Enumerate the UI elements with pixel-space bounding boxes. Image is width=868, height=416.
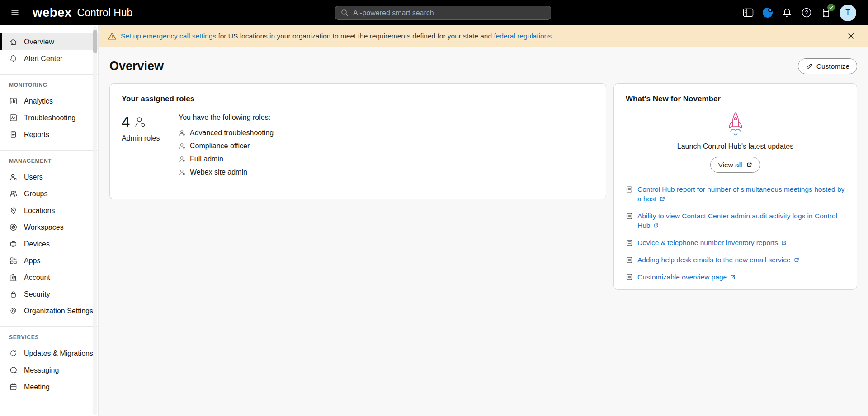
- webex-logo: webex: [33, 5, 72, 20]
- sidebar-item-label: Groups: [24, 190, 47, 198]
- view-all-button[interactable]: View all: [710, 157, 760, 173]
- page-title: Overview: [109, 59, 164, 73]
- sidebar-item-label: Troubleshooting: [24, 114, 75, 122]
- sidebar-item-label: Users: [24, 173, 43, 181]
- sidebar-item-updates-migrations[interactable]: Updates & Migrations: [0, 345, 98, 362]
- sidebar-item-users[interactable]: Users: [0, 169, 98, 185]
- whats-new-link-item: Ability to view Contact Center admin aud…: [626, 211, 845, 231]
- role-name: Webex site admin: [190, 168, 247, 176]
- sidebar-item-meeting[interactable]: Meeting: [0, 378, 98, 395]
- whats-new-link[interactable]: Ability to view Contact Center admin aud…: [637, 211, 845, 231]
- sidebar-item-analytics[interactable]: Analytics: [0, 93, 98, 109]
- sidebar-item-groups[interactable]: Groups: [0, 185, 98, 202]
- role-item: Advanced troubleshooting: [179, 129, 274, 137]
- external-link-icon: [653, 222, 659, 229]
- link-text: Device & telephone number inventory repo…: [637, 239, 778, 246]
- assigned-roles-card: Your assigned roles 4 Admin roles You ha…: [109, 83, 606, 199]
- system-status-icon[interactable]: [820, 7, 832, 19]
- whats-new-title: What's New for November: [626, 95, 845, 104]
- hamburger-menu-icon[interactable]: [8, 6, 22, 19]
- sidebar-item-label: Account: [24, 274, 50, 282]
- sidebar-item-label: Analytics: [24, 97, 53, 105]
- roles-card-title: Your assigned roles: [122, 95, 594, 104]
- banner-link-federal-regulations[interactable]: federal regulations.: [494, 32, 553, 40]
- sidebar-item-security[interactable]: Security: [0, 286, 98, 303]
- external-link-icon: [781, 240, 787, 246]
- sidebar-divider: [0, 150, 98, 151]
- whats-new-link-item: Adding help desk emails to the new email…: [626, 255, 845, 265]
- control-hub-screen: webex Control Hub ?: [0, 0, 868, 416]
- sidebar-item-label: Messaging: [24, 366, 59, 374]
- sidebar-item-organization-settings[interactable]: Organization Settings: [0, 303, 98, 319]
- whats-new-link[interactable]: Customizable overview page: [637, 272, 736, 283]
- calendar-icon: [9, 383, 18, 391]
- sidebar-item-workspaces[interactable]: Workspaces: [0, 219, 98, 236]
- link-text: Control Hub report for number of simulta…: [637, 185, 844, 203]
- role-name: Compliance officer: [190, 142, 250, 150]
- sidebar-item-alert-center[interactable]: Alert Center: [0, 50, 98, 67]
- location-pin-icon: [9, 206, 18, 215]
- user-avatar[interactable]: T: [840, 5, 856, 21]
- sidebar-item-label: Updates & Migrations: [24, 350, 93, 358]
- sidebar-item-locations[interactable]: Locations: [0, 202, 98, 219]
- notifications-bell-icon[interactable]: [781, 7, 793, 19]
- sidebar-item-messaging[interactable]: Messaging: [0, 362, 98, 378]
- sidebar-item-account[interactable]: Account: [0, 269, 98, 286]
- external-link-icon: [730, 274, 736, 280]
- search-icon: [341, 9, 349, 17]
- sidebar-item-label: Security: [24, 290, 50, 298]
- apps-grid-icon: [9, 256, 18, 265]
- sidebar-scrollbar-thumb[interactable]: [93, 30, 97, 53]
- sidebar-item-label: Locations: [24, 207, 55, 215]
- whats-new-icon[interactable]: [762, 7, 774, 19]
- building-icon: [9, 273, 18, 282]
- sidebar-item-label: Overview: [24, 38, 54, 46]
- whats-new-link-item: Customizable overview page: [626, 272, 845, 283]
- sidebar-item-apps[interactable]: Apps: [0, 252, 98, 269]
- customize-label: Customize: [816, 62, 849, 71]
- sidebar-item-label: Reports: [24, 131, 49, 139]
- banner-message: for US locations in your organization to…: [218, 32, 492, 40]
- search-input[interactable]: [353, 9, 545, 17]
- admin-roles-label: Admin roles: [122, 134, 179, 142]
- whats-new-link[interactable]: Control Hub report for number of simulta…: [637, 184, 845, 204]
- warning-icon: [108, 32, 117, 40]
- role-person-icon: [179, 142, 186, 150]
- header-actions: ? T: [742, 5, 868, 21]
- role-name: Full admin: [190, 155, 223, 163]
- sidebar-item-label: Apps: [24, 257, 40, 265]
- sidebar-item-label: Organization Settings: [24, 307, 93, 315]
- sidebar-divider: [0, 74, 98, 75]
- sidebar-item-devices[interactable]: Devices: [0, 236, 98, 252]
- banner-close-icon[interactable]: [844, 30, 857, 43]
- panel-toggle-icon[interactable]: [742, 7, 754, 19]
- people-icon: [9, 189, 18, 198]
- refresh-icon: [9, 349, 18, 358]
- help-icon[interactable]: ?: [801, 7, 812, 19]
- device-icon: [9, 240, 18, 248]
- whats-new-link[interactable]: Adding help desk emails to the new email…: [637, 255, 800, 265]
- home-icon: [9, 38, 18, 46]
- smart-search-bar[interactable]: [335, 6, 551, 20]
- workspace-icon: [9, 223, 18, 232]
- article-icon: [626, 186, 633, 193]
- sidebar-item-overview[interactable]: Overview: [0, 33, 98, 50]
- external-link-icon: [659, 196, 665, 202]
- waveform-icon: [9, 113, 18, 122]
- role-person-icon: [179, 156, 186, 163]
- sidebar-item-label: Devices: [24, 240, 50, 248]
- sidebar-section-monitoring: MONITORING: [0, 82, 98, 88]
- whats-new-card: What's New for November: [613, 83, 857, 290]
- product-name: Control Hub: [77, 7, 133, 19]
- customize-button[interactable]: Customize: [798, 58, 857, 74]
- banner-link-emergency-settings[interactable]: Set up emergency call settings: [121, 32, 216, 40]
- sidebar-item-reports[interactable]: Reports: [0, 126, 98, 143]
- whats-new-link[interactable]: Device & telephone number inventory repo…: [637, 238, 787, 248]
- whats-new-subtitle: Launch Control Hub's latest updates: [626, 142, 845, 151]
- main-content: Overview Customize Your assigned roles 4…: [99, 47, 868, 416]
- role-person-icon: [179, 129, 186, 137]
- sidebar-nav: Overview Alert Center MONITORING Analyti…: [0, 25, 99, 416]
- article-icon: [626, 239, 633, 246]
- admin-role-icon: [133, 115, 147, 129]
- sidebar-item-troubleshooting[interactable]: Troubleshooting: [0, 109, 98, 126]
